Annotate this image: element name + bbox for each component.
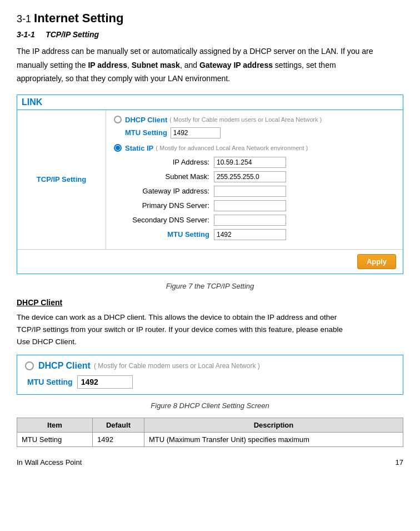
dhcp-section-heading: DHCP Client [17,298,403,307]
field-input-dns2[interactable] [214,215,286,226]
apply-row: Apply [17,249,403,274]
field-label-gateway: Gateway IP address: [125,187,214,195]
field-row-subnet: Subnet Mask: [125,171,395,182]
section-title: Internet Setting [34,11,123,25]
subsection-heading: 3-1-1 TCP/IP Setting [17,30,403,39]
figure8-caption: Figure 8 DHCP Client Setting Screen [17,401,403,410]
intro-paragraph: The IP address can be manually set or au… [17,44,403,86]
field-row-mtu-static: MTU Setting [125,229,395,240]
dhcp-label: DHCP Client [125,116,167,124]
footer-left: In Wall Access Point [17,458,82,467]
field-label-ip: IP Address: [125,158,214,166]
field-label-dns2: Secondary DNS Server: [125,216,214,224]
static-ip-radio-row: Static IP ( Mostly for advanced Local Ar… [114,144,395,152]
field-row-gateway: Gateway IP address: [125,186,395,197]
dhcp-mini-mtu-input[interactable] [77,375,133,389]
field-row-dns2: Secondary DNS Server: [125,215,395,226]
dhcp-mini-desc: ( Mostly for Cable modem users or Local … [94,362,260,370]
field-input-ip[interactable] [214,157,286,168]
table-cell-item: MTU Setting [17,433,93,447]
field-label-subnet: Subnet Mask: [125,172,214,181]
field-row-ip: IP Address: [125,157,395,168]
dhcp-mini-radio-circle[interactable] [25,361,34,370]
link-box: LINK TCP/IP Setting DHCP Client ( Mostly… [17,95,403,274]
dhcp-mini-header-row: DHCP Client ( Mostly for Cable modem use… [25,361,395,371]
field-input-dns1[interactable] [214,200,286,211]
table-row: MTU Setting 1492 MTU (Maximum Transfer U… [17,433,403,447]
field-input-mtu-static[interactable] [214,229,286,240]
static-ip-desc: ( Mostly for advanced Local Area Network… [156,145,308,151]
field-label-dns1: Primary DNS Server: [125,201,214,210]
table-cell-description: MTU (Maximum Transfer Unit) specifies ma… [144,433,403,447]
field-row-dns1: Primary DNS Server: [125,200,395,211]
apply-button[interactable]: Apply [357,254,396,269]
link-box-left-label: TCP/IP Setting [17,110,106,249]
dhcp-client-radio-row: DHCP Client ( Mostly for Cable modem use… [114,116,395,124]
mtu-label-dhcp: MTU Setting [125,128,167,137]
dhcp-desc: ( Mostly for Cable modem users or Local … [169,116,322,123]
table-header-default: Default [92,418,144,433]
section-number: 3-1 [17,13,34,24]
static-radio-circle[interactable] [114,144,122,152]
table-cell-default: 1492 [92,433,144,447]
table-header-description: Description [144,418,403,433]
footer-right: 17 [396,458,403,467]
dhcp-mini-box: DHCP Client ( Mostly for Cable modem use… [17,355,403,395]
field-label-mtu-static: MTU Setting [125,230,214,239]
field-input-gateway[interactable] [214,186,286,197]
mtu-input-dhcp[interactable] [171,127,221,138]
page-footer: In Wall Access Point 17 [17,458,403,467]
dhcp-para1: The device can work as a DHCP client. Th… [17,311,403,349]
dhcp-mini-mtu-label: MTU Setting [27,378,73,386]
dhcp-mini-mtu-row: MTU Setting [27,375,395,389]
settings-table: Item Default Description MTU Setting 149… [17,418,403,447]
dhcp-mini-label: DHCP Client [38,361,91,371]
dhcp-radio-circle[interactable] [114,116,122,123]
table-header-item: Item [17,418,93,433]
static-ip-fields: IP Address: Subnet Mask: Gateway IP addr… [125,157,395,240]
dhcp-mtu-row: MTU Setting [125,127,395,138]
link-box-header: LINK [17,95,403,110]
static-ip-label: Static IP [125,144,153,152]
field-input-subnet[interactable] [214,171,286,182]
figure7-caption: Figure 7 the TCP/IP Setting [17,282,403,290]
